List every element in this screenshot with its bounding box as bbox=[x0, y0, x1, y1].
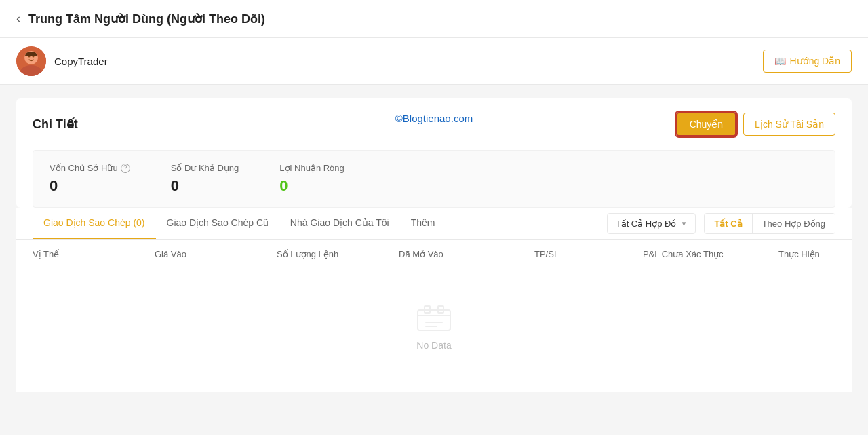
user-bar: CopyTrader 📖 Hướng Dẫn bbox=[0, 38, 868, 85]
stat-von-chu-so-huu: Vốn Chủ Sở Hữu ? 0 bbox=[50, 163, 130, 195]
col-so-luong: Số Lượng Lệnh bbox=[277, 249, 399, 259]
col-pl: P&L Chưa Xác Thực bbox=[643, 249, 778, 259]
stat-value-sodu: 0 bbox=[171, 177, 239, 195]
table-header: Vị Thế Giá Vào Số Lượng Lệnh Đã Mở Vào T… bbox=[33, 240, 835, 269]
guide-icon: 📖 bbox=[774, 56, 786, 67]
toggle-tat-ca[interactable]: Tất Cả bbox=[705, 214, 752, 233]
svg-rect-5 bbox=[418, 310, 450, 330]
tabs-row: Giao Dịch Sao Chép (0) Giao Dịch Sao Ché… bbox=[33, 208, 835, 239]
main-content: Chi Tiết Chuyển Lịch Sử Tài Sản Vốn Chủ … bbox=[0, 85, 868, 435]
toggle-theo-hop-dong[interactable]: Theo Hợp Đồng bbox=[753, 214, 835, 233]
top-nav: ‹ Trung Tâm Người Dùng (Người Theo Dõi) bbox=[0, 0, 868, 38]
avatar bbox=[16, 46, 46, 76]
header-actions: Chuyển Lịch Sử Tài Sản bbox=[676, 112, 835, 136]
back-button[interactable]: ‹ bbox=[16, 12, 20, 26]
page-title: Trung Tâm Người Dùng (Người Theo Dõi) bbox=[28, 12, 265, 26]
chi-tiet-section: Chi Tiết Chuyển Lịch Sử Tài Sản Vốn Chủ … bbox=[16, 98, 852, 208]
chi-tiet-title: Chi Tiết bbox=[33, 117, 78, 132]
col-da-mo-vao: Đã Mở Vào bbox=[399, 249, 534, 259]
filter-dropdown[interactable]: Tất Cả Hợp Đồ ▼ bbox=[607, 213, 696, 234]
stat-value-loinh: 0 bbox=[279, 177, 344, 195]
stat-label-von: Vốn Chủ Sở Hữu ? bbox=[50, 163, 130, 173]
no-data-icon bbox=[415, 303, 453, 333]
info-icon-von[interactable]: ? bbox=[121, 164, 130, 173]
tab-nha-giao-dich[interactable]: Nhà Giao Dịch Của Tôi bbox=[279, 208, 400, 239]
tab-them[interactable]: Thêm bbox=[400, 208, 446, 239]
stat-label-sodu: Số Dư Khả Dụng bbox=[171, 163, 239, 173]
tab-giao-dich-sao-chep-cu[interactable]: Giao Dịch Sao Chép Cũ bbox=[156, 208, 279, 239]
col-thuc-hien: Thực Hiện bbox=[778, 249, 860, 259]
username: CopyTrader bbox=[54, 56, 108, 67]
user-info: CopyTrader bbox=[16, 46, 108, 76]
table-section: Vị Thế Giá Vào Số Lượng Lệnh Đã Mở Vào T… bbox=[16, 240, 852, 392]
tabs-section: Giao Dịch Sao Chép (0) Giao Dịch Sao Ché… bbox=[16, 208, 852, 240]
tab-giao-dich-sao-chep[interactable]: Giao Dịch Sao Chép (0) bbox=[33, 208, 156, 239]
col-tpsl: TP/SL bbox=[534, 249, 643, 259]
filter-arrow-icon: ▼ bbox=[680, 220, 687, 227]
stat-value-von: 0 bbox=[50, 177, 130, 195]
col-vi-the: Vị Thế bbox=[33, 249, 155, 259]
no-data-text: No Data bbox=[416, 340, 451, 351]
tab-toggle: Tất Cả Theo Hợp Đồng bbox=[704, 213, 835, 234]
no-data-area: No Data bbox=[33, 269, 835, 392]
stats-row: Vốn Chủ Sở Hữu ? 0 Số Dư Khả Dụng 0 Lợi … bbox=[33, 150, 835, 208]
filter-label: Tất Cả Hợp Đồ bbox=[616, 219, 677, 229]
chi-tiet-header: Chi Tiết Chuyển Lịch Sử Tài Sản bbox=[33, 112, 835, 136]
tabs-left: Giao Dịch Sao Chép (0) Giao Dịch Sao Ché… bbox=[33, 208, 446, 239]
chuyen-button[interactable]: Chuyển bbox=[676, 112, 736, 136]
stat-label-loinh: Lợi Nhuận Ròng bbox=[279, 163, 344, 173]
stat-so-du-kha-dung: Số Dư Khả Dụng 0 bbox=[171, 163, 239, 195]
lich-su-button[interactable]: Lịch Sử Tài Sản bbox=[743, 113, 835, 136]
col-gia-vao: Giá Vào bbox=[155, 249, 277, 259]
tabs-right: Tất Cả Hợp Đồ ▼ Tất Cả Theo Hợp Đồng bbox=[607, 213, 835, 234]
stat-loi-nhuan-rong: Lợi Nhuận Ròng 0 bbox=[279, 163, 344, 195]
guide-label: Hướng Dẫn bbox=[790, 56, 840, 67]
guide-button[interactable]: 📖 Hướng Dẫn bbox=[763, 50, 852, 73]
